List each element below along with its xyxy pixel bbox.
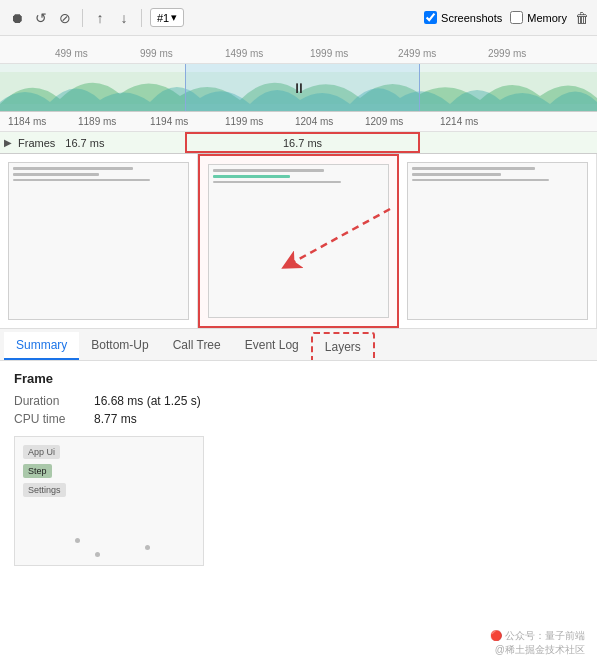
cpu-value: 8.77 ms — [94, 412, 137, 426]
frames-triangle: ▶ — [0, 137, 12, 148]
cpu-label: CPU time — [14, 412, 86, 426]
mini-bar-2c — [213, 181, 341, 183]
session-label: #1 — [157, 12, 169, 24]
duration-value: 16.68 ms (at 1.25 s) — [94, 394, 201, 408]
detail-ruler: 1184 ms 1189 ms 1194 ms 1199 ms 1204 ms … — [0, 112, 597, 132]
tabs-bar: Summary Bottom-Up Call Tree Event Log La… — [0, 329, 597, 361]
frames-duration: 16.7 ms — [61, 137, 108, 149]
download-button[interactable]: ↓ — [115, 9, 133, 27]
ruler-mark-5: 2499 ms — [398, 48, 436, 59]
watermark: 🔴 公众号：量子前端 @稀土掘金技术社区 — [490, 629, 585, 657]
clear-button[interactable]: ⊘ — [56, 9, 74, 27]
pause-button[interactable]: ⏸ — [289, 78, 309, 98]
cpu-row: CPU time 8.77 ms — [14, 412, 583, 426]
app-dot-3 — [95, 552, 100, 557]
mini-bar-2b — [213, 175, 290, 178]
mini-bar-3b — [412, 173, 501, 176]
tab-layers[interactable]: Layers — [311, 332, 375, 360]
frames-label: Frames — [12, 137, 61, 149]
detail-mark-7: 1214 ms — [440, 116, 478, 127]
duration-row: Duration 16.68 ms (at 1.25 s) — [14, 394, 583, 408]
frames-highlighted-text: 16.7 ms — [283, 137, 322, 149]
ruler-mark-2: 999 ms — [140, 48, 173, 59]
mini-screenshot-3 — [408, 163, 587, 319]
detail-mark-3: 1194 ms — [150, 116, 188, 127]
session-select[interactable]: #1 ▾ — [150, 8, 184, 27]
detail-mark-2: 1189 ms — [78, 116, 116, 127]
frames-row: ▶ Frames 16.7 ms 16.7 ms — [0, 132, 597, 154]
screenshots-checkbox[interactable] — [424, 11, 437, 24]
memory-toggle[interactable]: Memory — [510, 11, 567, 24]
frame-panel-3[interactable] — [399, 154, 597, 328]
memory-label: Memory — [527, 12, 567, 24]
toolbar-divider-1 — [82, 9, 83, 27]
app-dot-1 — [75, 538, 80, 543]
ruler-mark-3: 1499 ms — [225, 48, 263, 59]
watermark-line2: @稀土掘金技术社区 — [490, 643, 585, 657]
detail-mark-1: 1184 ms — [8, 116, 46, 127]
app-button-3: Settings — [23, 483, 66, 497]
ruler-mark-6: 2999 ms — [488, 48, 526, 59]
frame-panel-inner-3 — [407, 162, 588, 320]
mini-bar-1b — [13, 173, 99, 176]
toolbar-divider-2 — [141, 9, 142, 27]
detail-mark-6: 1209 ms — [365, 116, 403, 127]
mini-bar-3c — [412, 179, 549, 181]
mini-screenshot-1 — [9, 163, 188, 319]
chevron-down-icon: ▾ — [171, 11, 177, 24]
upload-button[interactable]: ↑ — [91, 9, 109, 27]
duration-label: Duration — [14, 394, 86, 408]
screenshots-toggle[interactable]: Screenshots — [424, 11, 502, 24]
reload-button[interactable]: ↺ — [32, 9, 50, 27]
content-area: Frame Duration 16.68 ms (at 1.25 s) CPU … — [0, 361, 597, 576]
trash-button[interactable]: 🗑 — [575, 10, 589, 26]
app-preview: App Ui Step Settings — [14, 436, 204, 566]
pause-icon: ⏸ — [292, 80, 306, 96]
frame-panel-inner-2 — [208, 164, 389, 318]
detail-mark-4: 1199 ms — [225, 116, 263, 127]
record-button[interactable]: ⏺ — [8, 9, 26, 27]
toolbar: ⏺ ↺ ⊘ ↑ ↓ #1 ▾ Screenshots Memory 🗑 — [0, 0, 597, 36]
ruler-mark-4: 1999 ms — [310, 48, 348, 59]
ruler-mark-1: 499 ms — [55, 48, 88, 59]
app-button-2: Step — [23, 464, 52, 478]
toolbar-right: Screenshots Memory 🗑 — [424, 10, 589, 26]
mini-screenshot-2 — [209, 165, 388, 317]
frame-panel-inner-1 — [8, 162, 189, 320]
tab-event-log[interactable]: Event Log — [233, 332, 311, 360]
frame-panel-1[interactable] — [0, 154, 198, 328]
app-button-1: App Ui — [23, 445, 60, 459]
waveform-area[interactable]: ⏸ — [0, 64, 597, 112]
memory-checkbox[interactable] — [510, 11, 523, 24]
mini-bar-1c — [13, 179, 150, 181]
tab-call-tree[interactable]: Call Tree — [161, 332, 233, 360]
mini-bar-2a — [213, 169, 324, 172]
mini-bar-3a — [412, 167, 535, 170]
timeline-overview[interactable]: 499 ms 999 ms 1499 ms 1999 ms 2499 ms 29… — [0, 36, 597, 64]
mini-bar-1a — [13, 167, 133, 170]
frame-panel-2[interactable] — [198, 154, 399, 328]
section-title: Frame — [14, 371, 583, 386]
app-dot-2 — [145, 545, 150, 550]
tab-summary[interactable]: Summary — [4, 332, 79, 360]
screenshots-label: Screenshots — [441, 12, 502, 24]
frame-panels — [0, 154, 597, 329]
watermark-line1: 🔴 公众号：量子前端 — [490, 629, 585, 643]
frames-highlighted-box[interactable]: 16.7 ms — [185, 132, 420, 153]
tab-bottom-up[interactable]: Bottom-Up — [79, 332, 160, 360]
detail-mark-5: 1204 ms — [295, 116, 333, 127]
